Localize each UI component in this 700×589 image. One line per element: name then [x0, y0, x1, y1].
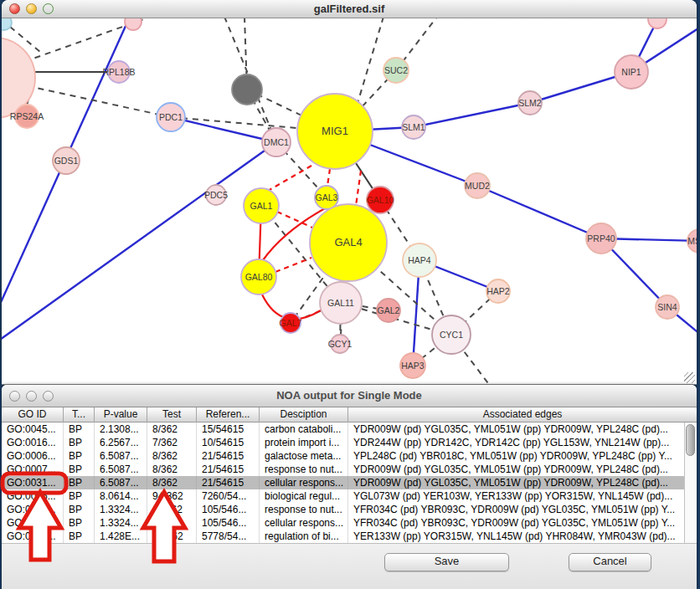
scrollbar-thumb[interactable] [686, 424, 695, 456]
node-PDC5[interactable]: PDC5 [204, 185, 228, 205]
table-cell: YDR009W (pd) YGL035C, YML051W (pp) YDR00… [348, 423, 697, 436]
table-row[interactable]: GO:0045...BP2.1308...8/36215/54615carbon… [2, 423, 697, 436]
table-cell: YFR034C (pd) YBR093C, YDR009W (pd) YGL03… [348, 503, 697, 516]
table-cell: 8/362 [147, 449, 197, 463]
node-PDC1[interactable]: PDC1 [157, 103, 185, 131]
node-MSL5[interactable]: MSL5 [687, 229, 697, 253]
graph-window-titlebar[interactable]: galFiltered.sif [2, 0, 697, 18]
edge-blue [171, 117, 276, 142]
node-top-node[interactable] [125, 18, 142, 30]
table-row[interactable]: GO:0031...BP6.5087...8/36221/54615cellul… [2, 476, 697, 489]
column-header-associated-edges[interactable]: Associated edges [348, 407, 697, 423]
table-cell: GO:0031... [2, 476, 64, 489]
table-cell: 7260/54... [197, 489, 260, 503]
node-HAP4[interactable]: HAP4 [403, 243, 436, 277]
noa-window-titlebar[interactable]: NOA output for Single Mode [2, 385, 697, 407]
node-MUD2[interactable]: MUD2 [465, 173, 490, 198]
cancel-button[interactable]: Cancel [569, 553, 651, 571]
node-label: GAL80 [245, 272, 273, 282]
table-row[interactable]: GO:0031...BP1.3324...11/362105/546...res… [2, 503, 697, 516]
node-GAL10[interactable]: GAL10 [367, 187, 394, 213]
table-cell: YPL248C (pd) YBR018C, YML051W (pp) YDR00… [348, 449, 697, 463]
close-button[interactable] [9, 391, 20, 402]
node-HAP3[interactable]: HAP3 [400, 353, 425, 378]
window-controls [9, 0, 54, 18]
table-cell: 8.0614... [95, 489, 147, 503]
node-GAL11[interactable]: GAL11 [320, 282, 362, 324]
table-cell: 5778/54... [197, 530, 260, 543]
table-cell: 80/362 [147, 530, 197, 543]
node-CYC1[interactable]: CYC1 [432, 315, 471, 354]
node-SIN4[interactable]: SIN4 [656, 295, 679, 319]
node-label: SIN4 [657, 302, 677, 312]
node-corner-node[interactable] [2, 18, 12, 30]
column-header-p-value[interactable]: P-value [95, 407, 147, 423]
table-cell: GO:0006... [2, 449, 64, 463]
node-DMC1[interactable]: DMC1 [262, 128, 291, 156]
node-label: SLM2 [518, 98, 542, 108]
table-cell: YDR009W (pd) YGL035C, YML051W (pp) YDR00… [348, 476, 697, 489]
node-PRP40[interactable]: PRP40 [586, 223, 616, 254]
close-button[interactable] [9, 3, 20, 14]
table-cell: BP [64, 423, 95, 436]
edge-red-dashed [327, 169, 330, 186]
save-button[interactable]: Save [384, 553, 509, 571]
node-GCY1[interactable]: GCY1 [328, 335, 353, 353]
table-cell: regulation of bi... [260, 530, 348, 543]
node-NIP1[interactable]: NIP1 [615, 55, 648, 89]
column-header-desciption[interactable]: Desciption [260, 407, 348, 423]
vertical-scrollbar[interactable] [684, 423, 697, 543]
node-SLM1[interactable]: SLM1 [402, 115, 425, 139]
minimize-button[interactable] [26, 391, 37, 402]
table-cell: 11/362 [147, 516, 197, 530]
column-header-t[interactable]: T... [64, 407, 95, 423]
table-row[interactable]: GO:0006...BP6.5087...8/36221/54615galact… [2, 449, 697, 463]
table-cell: GO:0031... [2, 516, 64, 530]
table-row[interactable]: GO:0050...BP1.428E...80/3625778/54...reg… [2, 530, 697, 543]
node-GAL2[interactable]: GAL2 [377, 299, 400, 322]
node-label: PRP40 [587, 233, 615, 243]
column-header-test[interactable]: Test [147, 407, 197, 423]
table-cell: BP [64, 516, 95, 530]
column-header-referen[interactable]: Referen... [197, 407, 260, 423]
node-GAL80[interactable]: GAL80 [241, 259, 276, 294]
node-unlabeled-dark-node[interactable] [232, 74, 262, 105]
node-label: NIP1 [621, 67, 641, 77]
table-row[interactable]: GO:0007...BP6.5087...8/36221/54615respon… [2, 463, 697, 476]
minimize-button[interactable] [26, 3, 37, 14]
table-cell: BP [64, 476, 95, 489]
node-GAL3[interactable]: GAL3 [315, 186, 338, 209]
node-GAL7[interactable]: GAL7 [280, 313, 302, 333]
table-row[interactable]: GO:0016...BP6.2567...7/36210/54615protei… [2, 436, 697, 449]
node-top-right-node[interactable] [648, 18, 667, 28]
table-cell: YER133W (pp) YOR315W, YNL145W (pd) YHR08… [348, 530, 697, 543]
node-label: CYC1 [440, 330, 463, 340]
node-label: GDS1 [54, 156, 79, 166]
table-row[interactable]: GO:0031...BP1.3324...11/362105/546...cel… [2, 516, 697, 530]
zoom-button[interactable] [43, 3, 54, 14]
node-SUC2[interactable]: SUC2 [383, 58, 409, 83]
node-GAL4[interactable]: GAL4 [310, 204, 387, 281]
table-cell: 15/54615 [197, 423, 260, 436]
table-row[interactable]: GO:0065...BP8.0614...94/3627260/54...bio… [2, 489, 697, 503]
table-cell: 105/546... [197, 503, 260, 516]
noa-window-title: NOA output for Single Mode [2, 385, 697, 407]
table-cell: 1.3324... [95, 516, 147, 530]
network-canvas[interactable]: RPL18BRPS24AGDS1PDC1MIG1DMC1SUC2SLM1SLM2… [2, 18, 697, 385]
node-label: GAL10 [367, 195, 394, 205]
node-GAL1[interactable]: GAL1 [244, 188, 279, 223]
resize-grip[interactable] [684, 372, 695, 383]
table-header-row: GO IDT...P-valueTestReferen...Desciption… [2, 407, 697, 423]
node-SLM2[interactable]: SLM2 [518, 91, 542, 115]
table-cell: GO:0050... [2, 530, 64, 543]
network-view-window: galFiltered.sif RPL18BRPS24AGDS1PDC1MIG1… [2, 0, 697, 385]
node-HAP2[interactable]: HAP2 [486, 279, 510, 303]
button-bar: Save Cancel [2, 543, 697, 589]
column-header-go-id[interactable]: GO ID [2, 407, 64, 423]
node-GDS1[interactable]: GDS1 [53, 147, 80, 174]
table-cell: YFR034C (pd) YBR093C, YDR009W (pd) YGL03… [348, 516, 697, 530]
zoom-button[interactable] [43, 391, 54, 402]
edge-blue [477, 186, 601, 238]
node-MIG1[interactable]: MIG1 [297, 94, 373, 169]
node-label: GAL11 [327, 298, 354, 308]
